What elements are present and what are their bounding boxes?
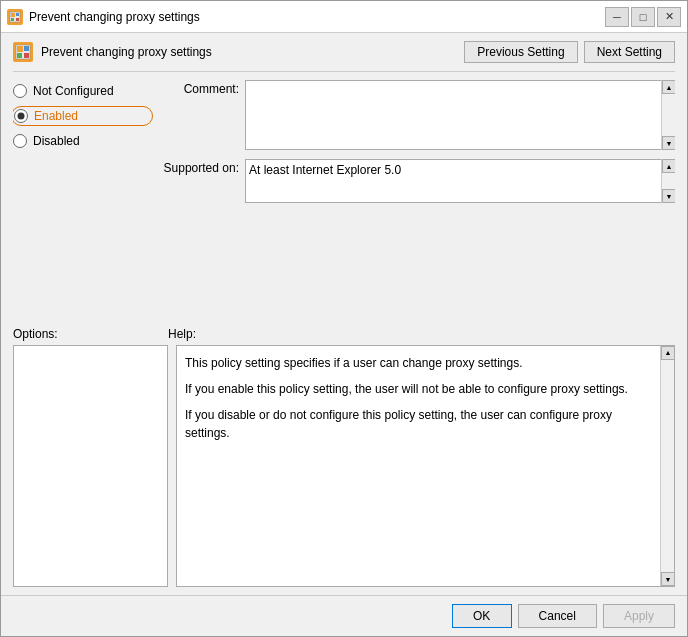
dialog-title: Prevent changing proxy settings bbox=[41, 45, 212, 59]
options-section-label: Options: bbox=[13, 327, 168, 341]
title-icon bbox=[7, 9, 23, 25]
dialog-footer: OK Cancel Apply bbox=[1, 595, 687, 636]
window-controls: ─ □ ✕ bbox=[605, 7, 681, 27]
apply-button[interactable]: Apply bbox=[603, 604, 675, 628]
enabled-radio[interactable] bbox=[14, 109, 28, 123]
comment-scrollbar: ▲ ▼ bbox=[661, 80, 675, 150]
disabled-option[interactable]: Disabled bbox=[13, 134, 153, 148]
cancel-button[interactable]: Cancel bbox=[518, 604, 597, 628]
enabled-option[interactable]: Enabled bbox=[13, 106, 153, 126]
help-text: This policy setting specifies if a user … bbox=[185, 354, 658, 442]
main-window: Prevent changing proxy settings ─ □ ✕ bbox=[0, 0, 688, 637]
svg-rect-9 bbox=[24, 53, 29, 58]
close-button[interactable]: ✕ bbox=[657, 7, 681, 27]
ok-button[interactable]: OK bbox=[452, 604, 512, 628]
svg-rect-8 bbox=[17, 53, 22, 58]
help-scroll-up[interactable]: ▲ bbox=[661, 346, 675, 360]
maximize-button[interactable]: □ bbox=[631, 7, 655, 27]
help-p3: If you disable or do not configure this … bbox=[185, 406, 658, 442]
disabled-radio[interactable] bbox=[13, 134, 27, 148]
not-configured-option[interactable]: Not Configured bbox=[13, 84, 153, 98]
left-panel: Not Configured Enabled Disabled bbox=[13, 80, 153, 323]
help-scrollbar: ▲ ▼ bbox=[660, 346, 674, 587]
header-left: Prevent changing proxy settings bbox=[13, 42, 212, 62]
options-panel bbox=[13, 345, 168, 588]
svg-rect-1 bbox=[11, 13, 15, 17]
enabled-label: Enabled bbox=[34, 109, 78, 123]
svg-rect-7 bbox=[24, 46, 29, 51]
comment-scroll-up[interactable]: ▲ bbox=[662, 80, 675, 94]
header-icon bbox=[13, 42, 33, 62]
supported-scrollbar: ▲ ▼ bbox=[661, 159, 675, 203]
help-section-label: Help: bbox=[168, 327, 196, 341]
svg-rect-2 bbox=[16, 13, 19, 16]
not-configured-label: Not Configured bbox=[33, 84, 114, 98]
window-title: Prevent changing proxy settings bbox=[29, 10, 605, 24]
comment-input[interactable] bbox=[245, 80, 675, 150]
help-p2: If you enable this policy setting, the u… bbox=[185, 380, 658, 398]
help-panel: This policy setting specifies if a user … bbox=[176, 345, 675, 588]
comment-row: Comment: ▲ ▼ bbox=[159, 80, 675, 153]
svg-rect-4 bbox=[16, 18, 19, 21]
not-configured-radio[interactable] bbox=[13, 84, 27, 98]
content-area: Prevent changing proxy settings Previous… bbox=[1, 33, 687, 595]
bottom-panels: This policy setting specifies if a user … bbox=[13, 345, 675, 588]
minimize-button[interactable]: ─ bbox=[605, 7, 629, 27]
supported-wrapper: At least Internet Explorer 5.0 ▲ ▼ bbox=[245, 159, 675, 203]
header-row: Prevent changing proxy settings Previous… bbox=[13, 41, 675, 72]
right-panel: Comment: ▲ ▼ Supported on: At least bbox=[153, 80, 675, 323]
comment-wrapper: ▲ ▼ bbox=[245, 80, 675, 153]
comment-scroll-down[interactable]: ▼ bbox=[662, 136, 675, 150]
supported-row: Supported on: At least Internet Explorer… bbox=[159, 159, 675, 203]
supported-label: Supported on: bbox=[159, 159, 239, 175]
supported-box: At least Internet Explorer 5.0 bbox=[245, 159, 675, 203]
disabled-label: Disabled bbox=[33, 134, 80, 148]
svg-rect-6 bbox=[17, 46, 23, 52]
previous-setting-button[interactable]: Previous Setting bbox=[464, 41, 577, 63]
section-labels: Options: Help: bbox=[13, 327, 675, 341]
supported-scroll-up[interactable]: ▲ bbox=[662, 159, 675, 173]
svg-rect-3 bbox=[11, 18, 14, 21]
next-setting-button[interactable]: Next Setting bbox=[584, 41, 675, 63]
comment-label: Comment: bbox=[159, 80, 239, 96]
supported-value: At least Internet Explorer 5.0 bbox=[249, 163, 658, 199]
help-scroll-down[interactable]: ▼ bbox=[661, 572, 675, 586]
supported-scroll-down[interactable]: ▼ bbox=[662, 189, 675, 203]
nav-buttons: Previous Setting Next Setting bbox=[464, 41, 675, 63]
help-p1: This policy setting specifies if a user … bbox=[185, 354, 658, 372]
main-body: Not Configured Enabled Disabled Comment: bbox=[13, 80, 675, 323]
title-bar: Prevent changing proxy settings ─ □ ✕ bbox=[1, 1, 687, 33]
